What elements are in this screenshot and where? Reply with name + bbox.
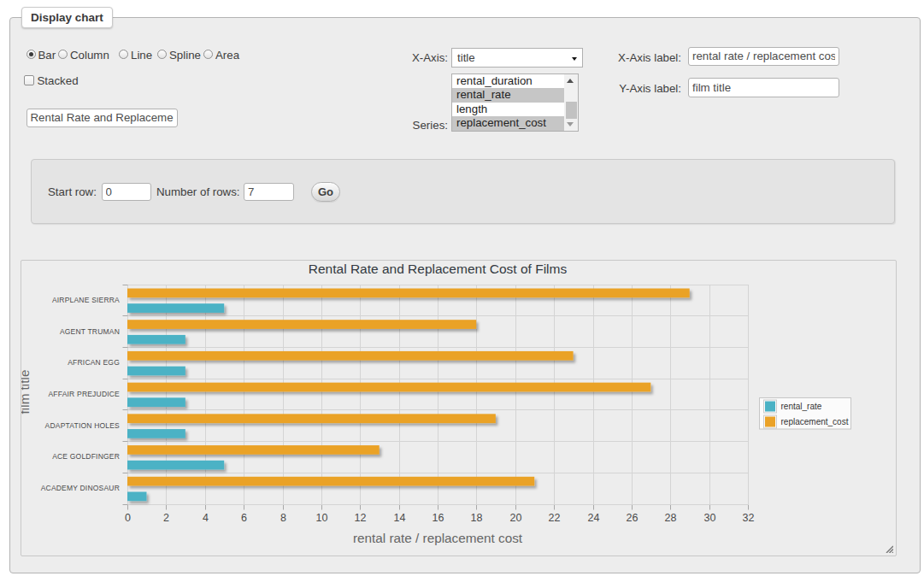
chart-type-radio-line[interactable] [119, 50, 128, 59]
chart-type-radio-bar[interactable] [26, 50, 36, 59]
y-axis-label-input[interactable] [688, 78, 839, 97]
chart-y-axis-label: film title [21, 370, 32, 414]
legend-label-rental_rate: rental_rate [781, 402, 822, 411]
series-select-label: Series: [393, 119, 448, 132]
chart-type-radio-column[interactable] [58, 50, 68, 59]
x-tick-label-4: 4 [203, 512, 209, 524]
legend-swatch-rental_rate [765, 402, 775, 412]
chart-type-radio-spline[interactable] [157, 50, 167, 59]
listbox-scrollbar[interactable] [564, 74, 578, 131]
select-dropdown-arrow-icon [572, 57, 577, 61]
chart-type-label-area: Area [215, 49, 239, 62]
chart-container: 02468101214161820222426283032AIRPLANE SI… [21, 260, 897, 556]
x-tick-label-30: 30 [704, 512, 716, 524]
x-tick-label-28: 28 [665, 512, 677, 524]
start-row-input[interactable] [102, 183, 151, 201]
chart-type-label-line: Line [131, 49, 152, 62]
bar-replacement_cost-affair-prejudice [127, 383, 650, 392]
x-axis-select-label: X-Axis: [393, 51, 448, 64]
x-tick-label-6: 6 [241, 512, 247, 524]
bar-replacement_cost-agent-truman [127, 320, 476, 329]
series-option-length[interactable]: length [452, 103, 564, 117]
fieldset-legend: Display chart [21, 7, 113, 28]
num-rows-label: Number of rows: [156, 185, 240, 198]
bar-replacement_cost-academy-dinosaur [127, 477, 534, 486]
x-tick-label-18: 18 [471, 512, 483, 524]
stacked-label: Stacked [38, 74, 79, 87]
chart-title: Rental Rate and Replacement Cost of Film… [309, 262, 568, 276]
chart-type-label-column: Column [70, 49, 109, 62]
y-tick-label-african-egg: AFRICAN EGG [68, 358, 120, 367]
x-tick-label-24: 24 [588, 512, 600, 524]
y-tick-label-affair-prejudice: AFFAIR PREJUDICE [49, 390, 121, 398]
x-axis-select[interactable]: title [451, 48, 583, 68]
x-tick-label-10: 10 [316, 512, 328, 524]
x-tick-label-0: 0 [125, 512, 131, 524]
bar-chart: 02468101214161820222426283032AIRPLANE SI… [21, 261, 896, 556]
resize-handle-icon[interactable] [885, 544, 893, 553]
bar-replacement_cost-airplane-sierra [127, 289, 690, 298]
bar-rental_rate-academy-dinosaur [127, 491, 146, 501]
x-axis-label-input[interactable] [688, 47, 839, 67]
bar-rental_rate-african-egg [127, 367, 185, 376]
bar-rental_rate-adaptation-holes [127, 429, 185, 438]
num-rows-input[interactable] [244, 183, 294, 201]
scrollbar-up-icon [567, 79, 574, 83]
series-option-rental_duration[interactable]: rental_duration [452, 74, 564, 89]
x-tick-label-14: 14 [394, 512, 406, 524]
x-axis-label-label: X-Axis label: [604, 51, 681, 64]
x-tick-label-12: 12 [355, 512, 367, 524]
bar-rental_rate-agent-truman [127, 335, 185, 344]
y-tick-label-adaptation-holes: ADAPTATION HOLES [45, 421, 121, 430]
series-multiselect[interactable]: rental_durationrental_ratelengthreplacem… [451, 73, 579, 132]
bar-rental_rate-affair-prejudice [127, 397, 185, 407]
chart-type-label-bar: Bar [38, 49, 56, 62]
legend-label-replacement_cost: replacement_cost [781, 417, 849, 426]
scrollbar-thumb[interactable] [566, 102, 577, 119]
x-tick-label-2: 2 [163, 512, 169, 524]
scrollbar-down-icon [567, 122, 574, 126]
legend-swatch-replacement_cost [765, 417, 775, 427]
bar-rental_rate-ace-goldfinger [127, 461, 224, 470]
x-tick-label-8: 8 [280, 512, 286, 524]
bar-rental_rate-airplane-sierra [127, 303, 224, 313]
x-tick-label-22: 22 [549, 512, 561, 524]
bar-replacement_cost-african-egg [127, 351, 574, 361]
page: Display chart BarColumnLineSplineArea St… [0, 0, 924, 582]
stacked-checkbox[interactable] [24, 75, 34, 85]
x-tick-label-16: 16 [433, 512, 444, 524]
y-tick-label-agent-truman: AGENT TRUMAN [60, 327, 120, 336]
series-option-replacement_cost[interactable]: replacement_cost [452, 116, 564, 131]
y-tick-label-airplane-sierra: AIRPLANE SIERRA [52, 296, 120, 304]
chart-type-radio-area[interactable] [203, 50, 213, 59]
chart-title-input[interactable] [26, 109, 178, 127]
go-button[interactable]: Go [311, 182, 340, 202]
x-tick-label-32: 32 [743, 512, 755, 524]
x-tick-label-26: 26 [627, 512, 639, 524]
x-tick-label-20: 20 [510, 512, 522, 524]
chart-type-label-spline: Spline [169, 49, 201, 62]
x-axis-select-value: title [457, 51, 475, 64]
bar-replacement_cost-adaptation-holes [127, 414, 496, 423]
series-option-rental_rate[interactable]: rental_rate [452, 88, 564, 103]
y-axis-label-label: Y-Axis label: [604, 82, 681, 95]
y-tick-label-academy-dinosaur: ACADEMY DINOSAUR [41, 484, 120, 492]
start-row-label: Start row: [48, 185, 97, 198]
y-tick-label-ace-goldfinger: ACE GOLDFINGER [52, 452, 120, 461]
chart-x-axis-label: rental rate / replacement cost [353, 531, 523, 545]
bar-replacement_cost-ace-goldfinger [127, 445, 380, 455]
